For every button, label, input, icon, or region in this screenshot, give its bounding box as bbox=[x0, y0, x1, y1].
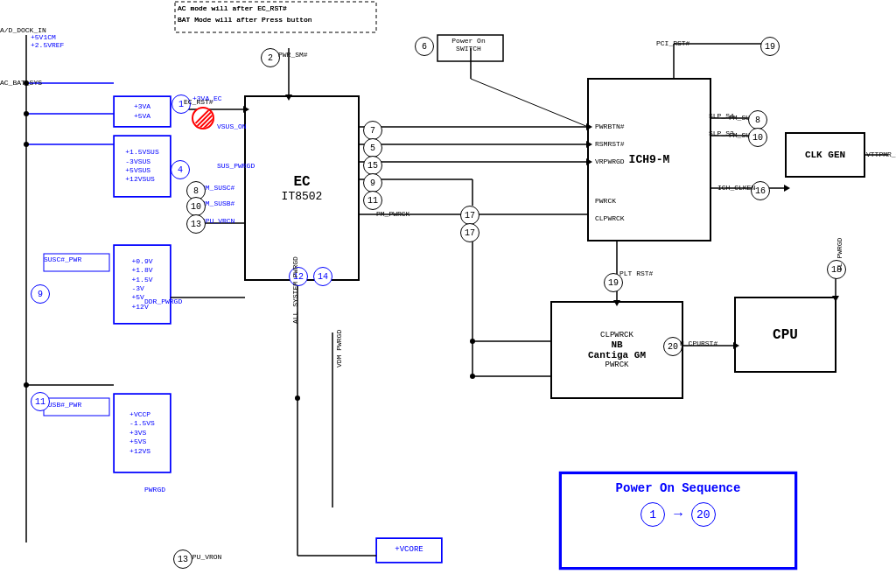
nb-box: CLPWRCK NB Cantiga GM PWRCK bbox=[551, 302, 682, 398]
circle-10-right: 10 bbox=[748, 128, 767, 147]
junction-dot bbox=[470, 339, 475, 344]
cpu-box: CPU bbox=[735, 298, 836, 372]
circle-3-hatch bbox=[192, 107, 214, 130]
schematic-canvas: AC mode will after EC_RST# BAT Mode will… bbox=[0, 0, 896, 588]
pwrck-label: PWRCK bbox=[595, 197, 616, 205]
power-on-sequence-box: Power On Sequence 1 → 20 bbox=[560, 472, 796, 569]
circle-15: 15 bbox=[363, 156, 382, 175]
vsus-on-label: VSUS_ON bbox=[217, 122, 247, 130]
circle-9-ec: 9 bbox=[363, 173, 382, 192]
seq-circle-to: 20 bbox=[691, 502, 716, 527]
power-on-title: Power On Sequence bbox=[576, 481, 780, 495]
circle-19-top: 19 bbox=[760, 37, 780, 56]
circle-2: 2 bbox=[261, 48, 280, 67]
pwrgd-label: PWRGD bbox=[144, 486, 165, 494]
ac-bat-sys-label: AC_BAT_SYS bbox=[0, 79, 42, 87]
pm-susb-label: PM_SUSB# bbox=[201, 200, 234, 207]
svg-marker-42 bbox=[784, 185, 790, 192]
ec-box: EC IT8502 bbox=[245, 96, 359, 280]
ec-rst-label: EC_RST# bbox=[184, 98, 214, 106]
susc-pwr-label: SUSC#_PWR bbox=[44, 256, 81, 263]
ddr-pwrgd-label: DDR_PWRGD bbox=[144, 298, 182, 305]
v1cm-label: +5V1CM+2.5VREF bbox=[31, 33, 64, 49]
power-switch-label: Power OnSWITCH bbox=[436, 37, 501, 52]
seq-arrow: → bbox=[674, 507, 682, 522]
junction-dot bbox=[24, 111, 29, 116]
plt-rst-label: PLT RST# bbox=[620, 270, 653, 277]
cpu-vrcn-label: CPU_VRCN bbox=[201, 217, 234, 225]
note-text2: BAT Mode will after Press button bbox=[178, 16, 312, 24]
susb-volt-box: +VCCP-1.5VS+3VS+5VS+12VS bbox=[114, 394, 171, 472]
vsus-box: +1.5VSUS-3VSUS+5VSUS+12VSUS bbox=[114, 136, 171, 197]
circle-14: 14 bbox=[313, 267, 332, 286]
vcore-box: +VCORE bbox=[376, 538, 442, 563]
circle-13-bottom: 13 bbox=[173, 550, 192, 569]
junction-dot bbox=[24, 142, 29, 147]
pm-pwrck-label: PM_PWRCK bbox=[376, 210, 410, 218]
circle-7: 7 bbox=[363, 121, 382, 140]
circle-19-nb: 19 bbox=[604, 273, 623, 292]
all-sys-pwrgd-label: ALL SYSTEM PWRGD bbox=[291, 256, 299, 324]
svg-line-25 bbox=[471, 79, 588, 127]
cpu-vron-bottom-label: CPU_VRON bbox=[188, 553, 221, 561]
susc-volt-box: +0.9V+1.8V+1.5V-3V+5V+12V bbox=[114, 245, 171, 324]
il-pwrgd-label: IL PWRGD bbox=[836, 238, 844, 271]
seq-circle-from: 1 bbox=[640, 502, 665, 527]
junction-dot bbox=[24, 382, 29, 388]
vttpmr-label: VTTPMR_GD bbox=[866, 150, 896, 158]
circle-13-left: 13 bbox=[186, 214, 206, 234]
circle-5: 5 bbox=[363, 138, 382, 158]
circle-11-ec: 11 bbox=[363, 191, 382, 210]
pwrbtn-label: PWRBTN# bbox=[595, 122, 625, 130]
circle-17-vert: 17 bbox=[460, 223, 480, 242]
circle-8-right: 8 bbox=[748, 110, 767, 130]
clk-gen-box: CLK GEN bbox=[786, 133, 864, 177]
circle-10: 10 bbox=[186, 197, 206, 216]
pci-rst-label: PCI_RST# bbox=[656, 39, 690, 47]
vrpwrgd-label: VRPWRGD bbox=[595, 158, 625, 165]
circle-17-top: 17 bbox=[460, 206, 480, 225]
circle-6: 6 bbox=[415, 37, 434, 56]
circle-4: 4 bbox=[171, 160, 190, 179]
circle-9: 9 bbox=[31, 284, 50, 304]
va-box: +3VA+5VA bbox=[114, 96, 171, 127]
power-on-row: 1 → 20 bbox=[576, 502, 780, 527]
junction-dot bbox=[470, 374, 475, 379]
note-text: AC mode will after EC_RST# bbox=[178, 4, 287, 12]
vdm-pwrgd-label: VDM PWRGD bbox=[335, 330, 343, 368]
h-cpurst-label: H_CPURST# bbox=[680, 340, 718, 347]
circle-11: 11 bbox=[31, 392, 50, 411]
pm-susc-label: PM_SUSC# bbox=[201, 184, 234, 192]
pwr-sm-label: PWR_SM# bbox=[278, 51, 308, 59]
ich-clken-label: ICH_CLKEN bbox=[718, 184, 755, 192]
clpwrck-label: CLPWRCK bbox=[595, 214, 625, 222]
rsmrst-label: RSMRST# bbox=[595, 140, 625, 148]
junction-dot bbox=[295, 396, 300, 401]
